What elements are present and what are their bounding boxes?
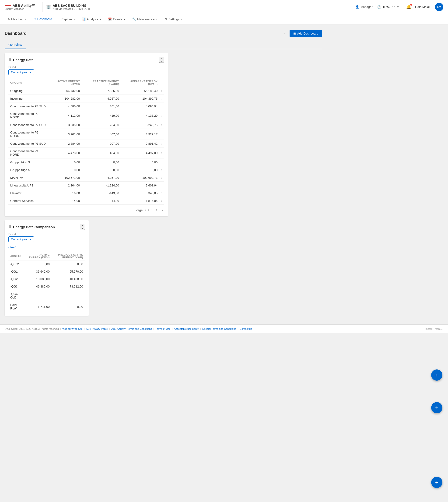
row-reactive: -143,00 (82, 189, 121, 197)
row-name: Condizionamento P2 NORD (8, 129, 48, 140)
next-page-button[interactable]: › (160, 208, 164, 213)
widget-header: ⠿ Energy Data ⋮ (8, 57, 164, 63)
building-selector[interactable]: 🏢 ABB SACE BUILDING ABB Via Pescaria 5 2… (42, 2, 94, 12)
row-navigate-icon[interactable]: › (161, 176, 162, 179)
add-dashboard-button[interactable]: ⊞ Add Dashboard (289, 30, 322, 37)
footer-link-special[interactable]: Special Terms and Conditions (202, 327, 236, 330)
row-active: 1.814,00 (48, 197, 82, 205)
row-navigate-icon[interactable]: › (161, 132, 162, 136)
page-content: Dashboard ⋮ ⊞ Add Dashboard Overview ⠿ E… (0, 25, 327, 324)
row-active: 3.235,00 (48, 121, 82, 129)
row-navigate-icon[interactable]: › (161, 160, 162, 164)
table-row: Outgoing 54.732,00 -7.036,00 55.182,40 › (8, 87, 164, 95)
footer-link-website[interactable]: Visit our Web Site (62, 327, 83, 330)
row-navigate-icon[interactable]: › (161, 89, 162, 93)
comparison-widget-menu-button[interactable]: ⋮ (80, 224, 85, 230)
row-previous-val: 0,00 (51, 301, 85, 312)
energy-data-table: GROUPS ACTIVE ENERGY (kWh) REACTIVE ENER… (8, 79, 164, 205)
add-dashboard-icon: ⊞ (293, 32, 296, 35)
user-avatar[interactable]: LM (435, 3, 443, 11)
row-reactive: -14,00 (82, 197, 121, 205)
row-previous-val: -10.408,00 (51, 275, 85, 283)
row-navigate-icon[interactable]: › (161, 142, 162, 146)
drag-handle-icon[interactable]: ⠿ (8, 225, 11, 229)
row-navigate-icon[interactable]: › (161, 183, 162, 187)
row-name: Condizionamento P1 SUD (8, 140, 48, 147)
notification-bell[interactable]: 🔔 (406, 4, 411, 10)
row-active-val: 36.649,00 (26, 268, 51, 275)
row-navigate-icon[interactable]: › (161, 199, 162, 203)
nav-maintenance[interactable]: 🔧 Maintenance ▼ (129, 16, 161, 23)
drag-handle-icon[interactable]: ⠿ (8, 58, 11, 62)
row-active: 2.884,00 (48, 140, 82, 147)
comparison-data-table: ASSETS ACTIVE ENERGY (kWh) PREVIOUS ACTI… (8, 252, 85, 312)
row-navigate-icon[interactable]: › (161, 114, 162, 117)
row-active-val: 1.711,00 (26, 301, 51, 312)
row-name: General Services (8, 197, 48, 205)
dashboard-icon: ⊞ (33, 17, 36, 21)
table-row: Condizionamento P1 NORD 4.473,00 464,00 … (8, 147, 164, 159)
nav-events[interactable]: 📅 Events ▼ (105, 16, 128, 23)
building-icon: 🏢 (46, 5, 51, 9)
table-row: Elevator 316,00 -143,00 346,85 › (8, 189, 164, 197)
person-icon: 👤 (355, 5, 359, 9)
row-active-val: 46.386,00 (26, 283, 51, 290)
footer: © Copyright 2021-2022 ABB. All rights re… (0, 324, 448, 333)
comparison-period-selector[interactable]: Current year ▼ (8, 236, 34, 242)
time-dropdown-icon[interactable]: ▼ (397, 6, 399, 8)
row-apparent: 2.608,94 (121, 181, 159, 189)
period-label: Period (8, 65, 164, 68)
row-navigate-icon[interactable]: › (161, 151, 162, 155)
row-navigate-icon[interactable]: › (161, 97, 162, 100)
tab-overview[interactable]: Overview (5, 41, 26, 49)
row-navigate-icon[interactable]: › (161, 104, 162, 108)
nav-explore[interactable]: ≡ Explore ▼ (56, 16, 78, 23)
footer-link-acceptable[interactable]: Acceptable use policy (174, 327, 199, 330)
row-apparent: 104.399,75 (121, 95, 159, 102)
row-name: Incoming (8, 95, 48, 102)
footer-link-contact[interactable]: Contact us (240, 327, 252, 330)
row-name: Condizionamento P1 NORD (8, 147, 48, 159)
row-reactive: 264,00 (82, 121, 121, 129)
comparison-period-label: Period (8, 233, 85, 235)
footer-link-terms-abb[interactable]: ABB Ability™ Terms and Conditions (111, 327, 152, 330)
row-apparent: 346,85 (121, 189, 159, 197)
notification-dot (410, 4, 412, 6)
page-title: Dashboard (5, 31, 27, 36)
row-apparent: 4.133,29 (121, 110, 159, 121)
app-name: ABB Ability™ (13, 3, 35, 7)
footer-link-privacy[interactable]: ABB Privacy Policy (86, 327, 108, 330)
row-reactive: 361,00 (82, 102, 121, 110)
nav-analysis[interactable]: 📊 Analysis ▼ (79, 16, 104, 23)
back-to-root-link[interactable]: ‹ test1 (8, 245, 85, 249)
row-asset-name: Solar Roof (8, 301, 26, 312)
widget-menu-button[interactable]: ⋮ (159, 57, 164, 63)
prev-page-button[interactable]: ‹ (154, 208, 158, 213)
table-row: -QF32 0,00 0,00 (8, 260, 85, 268)
nav-dashboard[interactable]: ⊞ Dashboard (31, 16, 55, 23)
period-chevron-icon: ▼ (29, 238, 32, 241)
row-apparent: 102.690,71 (121, 174, 159, 181)
row-reactive: 0,00 (82, 166, 121, 174)
row-navigate-icon[interactable]: › (161, 168, 162, 172)
row-reactive: 419,00 (82, 110, 121, 121)
row-navigate-icon[interactable]: › (161, 191, 162, 195)
period-selector[interactable]: Current year ▼ (8, 69, 34, 75)
row-name: Linea uscita UPS (8, 181, 48, 189)
row-navigate-icon[interactable]: › (161, 123, 162, 127)
row-apparent: 0,00 (121, 166, 159, 174)
nav-settings[interactable]: ⚙ Settings ▼ (162, 16, 186, 23)
row-active: 316,00 (48, 189, 82, 197)
row-apparent: 4.095,94 (121, 102, 159, 110)
row-active: 3.901,00 (48, 129, 82, 140)
col-groups: GROUPS (8, 79, 48, 87)
chevron-down-icon: ▼ (123, 18, 126, 20)
table-row: Condizionamento P3 NORD 4.112,00 419,00 … (8, 110, 164, 121)
row-active: 4.080,00 (48, 102, 82, 110)
footer-link-terms[interactable]: Terms of Use (155, 327, 171, 330)
page-current: 2 (144, 209, 146, 212)
nav-matching[interactable]: ⊕ Matching ▼ (5, 16, 30, 23)
row-reactive: -1.224,00 (82, 181, 121, 189)
more-options-button[interactable]: ⋮ (281, 29, 288, 37)
table-row: General Services 1.814,00 -14,00 1.814,0… (8, 197, 164, 205)
